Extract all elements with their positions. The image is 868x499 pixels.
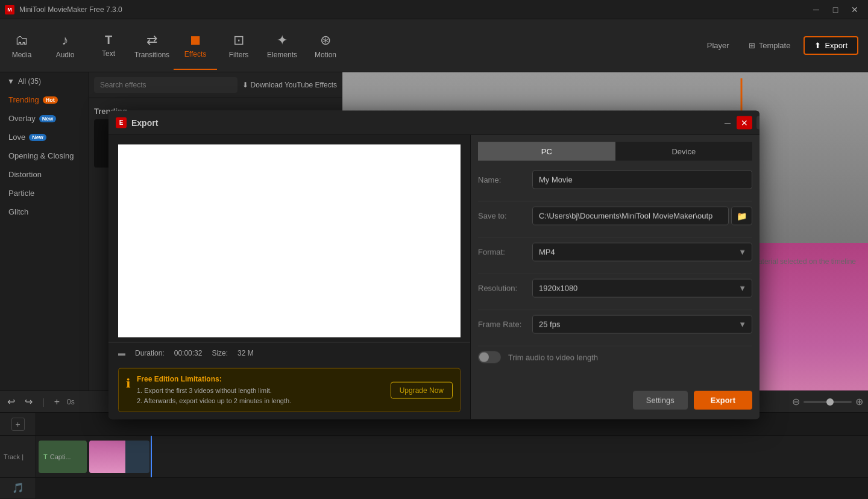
name-label: Name: <box>478 175 532 184</box>
add-track-area: + <box>0 413 36 436</box>
tab-pc[interactable]: PC <box>478 142 615 161</box>
nav-transitions-label: Transitions <box>134 51 169 59</box>
track-controls: + Track | 🎵 <box>0 413 36 499</box>
sidebar-item-glitch[interactable]: Glitch <box>0 202 89 221</box>
dialog-icon: E <box>116 117 127 128</box>
upgrade-button[interactable]: Upgrade Now <box>391 381 453 398</box>
zoom-in-button[interactable]: ⊕ <box>855 396 863 407</box>
player-tab[interactable]: Player <box>701 37 735 54</box>
sidebar-item-love[interactable]: Love New <box>0 128 89 146</box>
frame-rate-select-wrapper: 25 fps 24 fps 30 fps 60 fps ▼ <box>532 315 752 334</box>
warning-title: Free Edition Limitations: <box>137 375 385 383</box>
dialog-close-button[interactable]: ✕ Close <box>737 116 752 129</box>
resolution-select-wrapper: 1920x1080 1280x720 3840x2160 854x480 ▼ <box>532 279 752 298</box>
sidebar-distortion-label: Distortion <box>8 170 42 179</box>
export-action-button[interactable]: Export <box>694 391 752 410</box>
tab-device[interactable]: Device <box>615 142 753 161</box>
sidebar-item-trending[interactable]: Trending Hot <box>0 90 89 109</box>
sidebar-overlay-label: Overlay <box>8 114 36 123</box>
trim-audio-toggle[interactable] <box>478 351 501 363</box>
zoom-controls: ⊖ ⊕ <box>792 396 863 407</box>
save-to-field: 📁 <box>532 207 752 225</box>
add-media-track-button[interactable]: + <box>11 418 25 431</box>
divider-4 <box>478 310 752 310</box>
format-select-wrapper: MP4 MOV AVI MKV WMV GIF ▼ <box>532 243 752 262</box>
sidebar-item-opening[interactable]: Opening & Closing <box>0 146 89 165</box>
nav-text[interactable]: T Text <box>87 22 130 70</box>
sidebar-item-overlay[interactable]: Overlay New <box>0 109 89 128</box>
resolution-field-row: Resolution: 1920x1080 1280x720 3840x2160… <box>478 279 752 298</box>
divider-2 <box>478 237 752 238</box>
dialog-controls: ─ ✕ Close <box>720 116 752 129</box>
trending-badge: Hot <box>43 96 58 104</box>
close-tooltip: Close <box>756 116 760 129</box>
warning-content: Free Edition Limitations: 1. Export the … <box>137 375 385 406</box>
app-icon: M <box>5 5 14 14</box>
frame-rate-select[interactable]: 25 fps 24 fps 30 fps 60 fps <box>532 315 752 334</box>
app-title: MiniTool MovieMaker Free 7.3.0 <box>19 5 808 14</box>
name-field-row: Name: <box>478 171 752 189</box>
sidebar-all-header[interactable]: ▼ All (35) <box>0 72 89 90</box>
format-select[interactable]: MP4 MOV AVI MKV WMV GIF <box>532 243 752 262</box>
audio-icon: ♪ <box>62 33 69 48</box>
search-input[interactable] <box>94 77 237 93</box>
track1-label: Track | <box>0 436 36 478</box>
nav-text-label: Text <box>102 49 115 58</box>
download-yt-button[interactable]: ⬇ Download YouTube Effects <box>242 81 337 89</box>
nav-effects[interactable]: ◼ Effects <box>174 22 217 70</box>
size-label: Size: <box>212 349 228 357</box>
close-button[interactable]: ✕ <box>846 3 863 16</box>
name-input[interactable] <box>532 171 752 189</box>
download-yt-label: Download YouTube Effects <box>251 81 337 89</box>
nav-motion[interactable]: ⊛ Motion <box>304 22 347 70</box>
trim-audio-label: Trim audio to video length <box>508 353 598 362</box>
resolution-select[interactable]: 1920x1080 1280x720 3840x2160 854x480 <box>532 279 752 298</box>
header-export-button[interactable]: ⬆ Export <box>804 36 858 55</box>
dialog-title-bar: E Export ─ ✕ Close <box>108 111 760 135</box>
dialog-minimize-button[interactable]: ─ <box>720 116 735 129</box>
size-value: 32 M <box>237 349 254 357</box>
filters-icon: ⊡ <box>233 33 244 48</box>
time-zero: 0s <box>67 398 75 406</box>
transitions-icon: ⇄ <box>146 33 157 48</box>
timeline-content: + Track | 🎵 T Capti... <box>0 413 868 499</box>
nav-motion-label: Motion <box>315 51 336 59</box>
template-label: Template <box>759 41 791 50</box>
redo-button[interactable]: ↪ <box>22 394 35 410</box>
browse-folder-button[interactable]: 📁 <box>731 207 752 225</box>
sidebar-all-label: All (35) <box>18 77 41 86</box>
sidebar-item-distortion[interactable]: Distortion <box>0 165 89 184</box>
zoom-out-button[interactable]: ⊖ <box>792 396 800 407</box>
sidebar-item-particle[interactable]: Particle <box>0 184 89 202</box>
divider-1 <box>478 201 752 202</box>
minimize-button[interactable]: ─ <box>808 3 825 16</box>
maximize-button[interactable]: □ <box>827 3 844 16</box>
text-clip[interactable]: T Capti... <box>39 441 87 473</box>
add-audio-track-button[interactable]: 🎵 <box>11 482 25 495</box>
sidebar-love-label: Love <box>8 133 25 142</box>
overlay-badge: New <box>39 115 57 122</box>
template-button[interactable]: ⊞ Template <box>743 37 797 54</box>
dialog-settings: PC Device Name: Save to: 📁 Format: <box>470 135 760 419</box>
nav-audio[interactable]: ♪ Audio <box>43 22 87 70</box>
audio-track-row <box>36 478 868 498</box>
export-dialog: E Export ─ ✕ Close ▬ Duration: 00:00:32 … <box>108 111 760 419</box>
nav-transitions[interactable]: ⇄ Transitions <box>130 22 174 70</box>
add-track-button[interactable]: + <box>52 394 62 410</box>
undo-button[interactable]: ↩ <box>5 394 17 410</box>
duration-value: 00:00:32 <box>174 349 203 357</box>
video-clip[interactable] <box>89 441 149 473</box>
media-icon: 🗂 <box>15 33 28 48</box>
sidebar-particle-label: Particle <box>8 189 34 198</box>
format-label: Format: <box>478 248 532 257</box>
collapse-icon: ▼ <box>7 77 14 86</box>
nav-media[interactable]: 🗂 Media <box>0 22 43 70</box>
save-to-input[interactable] <box>532 207 729 225</box>
sidebar-opening-label: Opening & Closing <box>8 151 74 160</box>
nav-elements[interactable]: ✦ Elements <box>260 22 304 70</box>
zoom-slider[interactable] <box>804 401 852 403</box>
nav-filters[interactable]: ⊡ Filters <box>217 22 260 70</box>
nav-filters-label: Filters <box>229 51 249 59</box>
text-icon: T <box>105 33 112 47</box>
settings-button[interactable]: Settings <box>633 391 688 410</box>
